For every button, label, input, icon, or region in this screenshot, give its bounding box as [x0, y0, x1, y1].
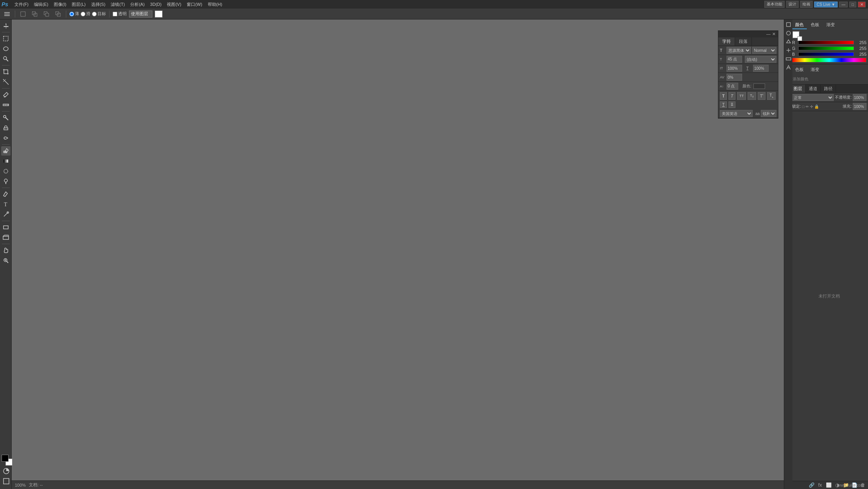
- add-mask-icon[interactable]: ⬜: [825, 482, 832, 488]
- strip-icon-5[interactable]: [785, 55, 792, 62]
- opt-subtract-selection[interactable]: [42, 9, 51, 19]
- g-slider[interactable]: [798, 46, 854, 50]
- tab-paths[interactable]: 路径: [821, 85, 836, 93]
- style-underline[interactable]: T: [720, 101, 727, 108]
- language-select[interactable]: 美国英语: [720, 110, 753, 117]
- background-color-indicator[interactable]: [797, 36, 802, 41]
- menu-3d[interactable]: 3D(D): [148, 1, 164, 7]
- opacity-input[interactable]: [853, 94, 866, 101]
- tab-character[interactable]: 字符: [718, 37, 735, 46]
- tool-path-select[interactable]: [1, 210, 11, 219]
- tab-color[interactable]: 颜色: [792, 21, 807, 29]
- b-slider[interactable]: [798, 52, 854, 56]
- strip-icon-1[interactable]: [785, 21, 792, 28]
- auto-btn[interactable]: (自动): [745, 56, 776, 63]
- tool-stamp[interactable]: [1, 123, 11, 133]
- color-spectrum[interactable]: [792, 58, 866, 62]
- tool-history-brush[interactable]: [1, 133, 11, 143]
- strip-icon-4[interactable]: [785, 47, 792, 54]
- style-subscript[interactable]: T₁: [767, 92, 775, 100]
- opt-new-selection[interactable]: [18, 9, 28, 19]
- text-color-box[interactable]: [753, 83, 765, 89]
- opt-image-area-input[interactable]: [129, 11, 152, 18]
- menu-filter[interactable]: 滤镜(T): [108, 1, 127, 8]
- tool-dodge[interactable]: [1, 177, 11, 186]
- menu-file[interactable]: 文件(F): [12, 1, 31, 8]
- tool-type[interactable]: T: [1, 200, 11, 209]
- maximize-button[interactable]: □: [849, 2, 856, 7]
- tool-eyedropper[interactable]: [1, 90, 11, 99]
- tab-swatch2[interactable]: 色板: [792, 66, 807, 74]
- tool-slice[interactable]: [1, 77, 11, 87]
- style-strikethrough[interactable]: T: [728, 101, 735, 108]
- tool-ruler[interactable]: [1, 100, 11, 110]
- design-button[interactable]: 设计: [786, 1, 799, 8]
- tool-rectangular-marquee[interactable]: [1, 34, 11, 43]
- link-layers-icon[interactable]: 🔗: [808, 482, 815, 488]
- style-smallcaps[interactable]: TT: [748, 92, 756, 100]
- tool-pen[interactable]: [1, 190, 11, 199]
- style-superscript[interactable]: T²: [758, 92, 765, 100]
- tab-swatches[interactable]: 色板: [808, 21, 822, 29]
- strip-icon-6[interactable]: [785, 64, 792, 71]
- font-style-select[interactable]: Normal: [752, 47, 777, 54]
- tool-move[interactable]: [1, 21, 11, 30]
- tool-hand[interactable]: [1, 246, 11, 255]
- opt-radio-target[interactable]: 目标: [92, 11, 106, 17]
- font-size-input[interactable]: [727, 56, 742, 63]
- lock-paint-icon[interactable]: ✏: [806, 105, 809, 109]
- strip-icon-2[interactable]: [785, 30, 792, 37]
- lock-all-icon[interactable]: 🔒: [814, 105, 819, 109]
- opt-transparent-checkbox[interactable]: 透明: [113, 11, 127, 17]
- opt-add-selection[interactable]: [30, 9, 39, 19]
- char-panel-titlebar[interactable]: — ✕: [718, 31, 778, 37]
- opt-radio-thin[interactable]: 薄: [69, 11, 79, 17]
- char-panel-close[interactable]: ✕: [772, 32, 776, 37]
- layer-mode-select[interactable]: 正常: [792, 94, 834, 101]
- tool-blur[interactable]: [1, 167, 11, 176]
- menu-edit[interactable]: 编辑(E): [32, 1, 51, 8]
- tool-zoom[interactable]: [1, 256, 11, 265]
- foreground-color-indicator[interactable]: [792, 31, 800, 39]
- r-slider[interactable]: [798, 41, 854, 44]
- tool-rectangle[interactable]: [1, 223, 11, 232]
- add-style-icon[interactable]: fx: [817, 482, 824, 488]
- opt-color-box[interactable]: [155, 11, 163, 18]
- paint-button[interactable]: 绘画: [800, 1, 813, 8]
- lock-transparent-icon[interactable]: □: [802, 105, 804, 109]
- tool-crop[interactable]: [1, 67, 11, 76]
- menu-image[interactable]: 图像(I): [51, 1, 69, 8]
- tool-lasso[interactable]: [1, 44, 11, 53]
- tool-screen-mode[interactable]: [2, 477, 11, 486]
- opt-radio-smooth[interactable]: 滑: [81, 11, 90, 17]
- menu-select[interactable]: 选择(S): [89, 1, 108, 8]
- scale-v-input[interactable]: [727, 65, 742, 72]
- tool-3d-shape[interactable]: [1, 233, 11, 242]
- aa-select[interactable]: 锐利: [761, 110, 776, 117]
- baseline-input[interactable]: [727, 83, 738, 90]
- style-allcaps[interactable]: TT: [737, 92, 746, 100]
- foreground-color[interactable]: [2, 455, 9, 462]
- opt-intersect-selection[interactable]: [53, 9, 63, 19]
- minimize-button[interactable]: —: [839, 2, 848, 7]
- font-family-select[interactable]: 思源黑体: [727, 47, 751, 54]
- tab-gradient[interactable]: 渐变: [823, 21, 838, 29]
- fill-input[interactable]: [853, 103, 866, 110]
- menu-analyze[interactable]: 分析(A): [128, 1, 147, 8]
- style-italic[interactable]: T: [728, 92, 735, 100]
- workspace-button[interactable]: 基本功能: [764, 1, 785, 8]
- tool-eraser[interactable]: [1, 146, 11, 156]
- menu-view[interactable]: 视图(V): [164, 1, 184, 8]
- tab-layers[interactable]: 图层: [790, 85, 806, 93]
- close-button[interactable]: ✕: [858, 2, 866, 7]
- strip-icon-3[interactable]: [785, 38, 792, 45]
- tab-paragraph[interactable]: 段落: [735, 37, 752, 46]
- tool-quick-selection[interactable]: [1, 54, 11, 64]
- char-panel-minimize[interactable]: —: [766, 32, 771, 37]
- tool-quick-mask[interactable]: [2, 466, 11, 476]
- tracking-input[interactable]: [727, 74, 742, 81]
- style-bold[interactable]: T: [720, 92, 727, 100]
- tab-channels[interactable]: 通道: [806, 85, 821, 93]
- menu-help[interactable]: 帮助(H): [205, 1, 225, 8]
- tab-gradient2[interactable]: 渐变: [808, 66, 822, 74]
